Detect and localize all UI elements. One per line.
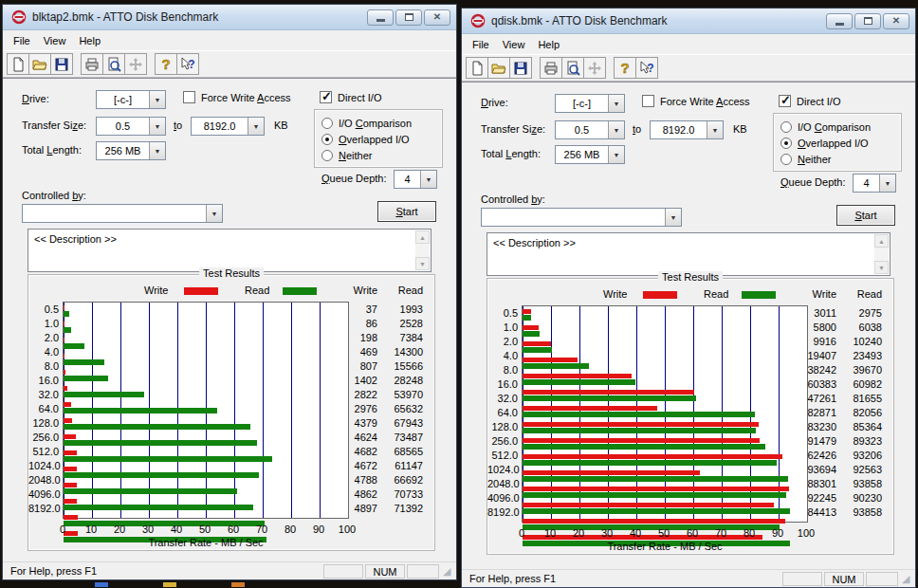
titlebar[interactable]: qdisk.bmk - ATTO Disk Benchmark ✕ bbox=[462, 9, 915, 34]
scroll-down-icon[interactable]: ▼ bbox=[874, 261, 889, 274]
open-button[interactable] bbox=[28, 53, 51, 75]
menu-help[interactable]: Help bbox=[531, 37, 566, 52]
chart-row bbox=[64, 354, 348, 368]
start-button[interactable]: Start bbox=[836, 205, 895, 226]
start-button[interactable]: Start bbox=[377, 201, 436, 222]
read-values-column: 2975603810240234933967060982816558205685… bbox=[835, 306, 882, 520]
controlled-by-select[interactable]: ▼ bbox=[481, 208, 682, 227]
direct-io-checkbox[interactable]: Direct I/O bbox=[320, 91, 381, 103]
context-help-button[interactable]: ? bbox=[635, 57, 658, 79]
chevron-down-icon[interactable]: ▼ bbox=[420, 171, 436, 188]
description-box[interactable]: << Description >> ▲ ▼ bbox=[28, 229, 431, 272]
drive-select[interactable]: [-c-]▼ bbox=[555, 94, 625, 113]
context-help-button[interactable]: ? bbox=[176, 53, 199, 75]
write-bar bbox=[523, 341, 551, 346]
radio-io-comparison[interactable]: I/O Comparison bbox=[321, 115, 442, 131]
resize-grip[interactable]: ◢ bbox=[443, 565, 455, 578]
chevron-down-icon[interactable]: ▼ bbox=[608, 146, 624, 163]
chevron-down-icon[interactable]: ▼ bbox=[608, 95, 624, 112]
minimize-icon bbox=[376, 19, 385, 22]
print-button[interactable] bbox=[81, 53, 103, 75]
statusbar: For Help, press F1 NUM ◢ bbox=[3, 561, 456, 579]
help-button[interactable]: ? bbox=[614, 57, 636, 79]
atto-benchmark-window: qdisk.bmk - ATTO Disk Benchmark ✕ File V… bbox=[461, 8, 916, 588]
radio-neither[interactable]: Neither bbox=[321, 147, 442, 163]
close-button[interactable]: ✕ bbox=[883, 13, 909, 29]
read-value: 6038 bbox=[835, 321, 882, 335]
open-button[interactable] bbox=[487, 57, 510, 79]
maximize-button[interactable] bbox=[395, 9, 422, 26]
checkbox-box bbox=[320, 91, 332, 103]
menu-help[interactable]: Help bbox=[72, 33, 107, 48]
y-axis-label: 16.0 bbox=[487, 377, 518, 392]
y-axis-label: 512.0 bbox=[28, 445, 59, 459]
description-scrollbar[interactable]: ▲ ▼ bbox=[874, 234, 889, 274]
chevron-down-icon[interactable]: ▼ bbox=[149, 91, 165, 108]
x-axis-tick: 80 bbox=[285, 524, 296, 535]
print-preview-button[interactable] bbox=[561, 57, 584, 79]
close-button[interactable]: ✕ bbox=[424, 9, 450, 26]
checkbox-box bbox=[642, 95, 654, 107]
menu-file[interactable]: File bbox=[7, 33, 37, 48]
drive-select[interactable]: [-c-]▼ bbox=[96, 90, 166, 109]
radio-overlapped-io[interactable]: Overlapped I/O bbox=[780, 135, 901, 151]
total-length-select[interactable]: 256 MB▼ bbox=[555, 145, 625, 164]
resize-grip[interactable]: ◢ bbox=[902, 573, 914, 585]
menu-file[interactable]: File bbox=[466, 37, 496, 52]
read-value: 89323 bbox=[835, 434, 882, 449]
print-preview-button[interactable] bbox=[102, 53, 125, 75]
read-value: 73487 bbox=[376, 431, 423, 445]
chevron-down-icon[interactable]: ▼ bbox=[665, 209, 681, 226]
menu-view[interactable]: View bbox=[496, 37, 532, 52]
transfer-from-select[interactable]: 0.5▼ bbox=[96, 117, 166, 136]
chevron-down-icon[interactable]: ▼ bbox=[608, 121, 624, 138]
radio-neither[interactable]: Neither bbox=[780, 151, 901, 167]
new-button[interactable] bbox=[7, 53, 29, 75]
description-box[interactable]: << Description >> ▲ ▼ bbox=[487, 232, 890, 276]
radio-circle bbox=[321, 150, 333, 161]
titlebar[interactable]: blktap2.bmk - ATTO Disk Benchmark ✕ bbox=[3, 5, 456, 30]
print-button[interactable] bbox=[540, 57, 562, 79]
help-button[interactable]: ? bbox=[155, 53, 177, 75]
x-axis-tick: 50 bbox=[658, 527, 670, 539]
radio-io-comparison[interactable]: I/O Comparison bbox=[780, 119, 901, 135]
scroll-up-icon[interactable]: ▲ bbox=[874, 234, 889, 248]
transfer-from-select[interactable]: 0.5▼ bbox=[555, 120, 625, 139]
minimize-button[interactable] bbox=[367, 9, 394, 26]
chevron-down-icon[interactable]: ▼ bbox=[206, 205, 222, 222]
force-write-access-checkbox[interactable]: Force Write Access bbox=[642, 95, 750, 107]
client-area: Drive: [-c-]▼ Force Write Access Direct … bbox=[3, 78, 456, 561]
x-axis-tick: 20 bbox=[573, 527, 584, 539]
test-results-group: Test Results Write Read Write Read 0.51.… bbox=[487, 278, 894, 555]
chart-row bbox=[523, 422, 807, 436]
force-write-access-checkbox[interactable]: Force Write Access bbox=[183, 91, 291, 103]
save-button[interactable] bbox=[509, 57, 532, 79]
chevron-down-icon[interactable]: ▼ bbox=[248, 118, 264, 135]
chevron-down-icon[interactable]: ▼ bbox=[707, 121, 723, 138]
y-axis-label: 16.0 bbox=[28, 374, 59, 388]
pan-button[interactable] bbox=[583, 57, 606, 79]
menu-view[interactable]: View bbox=[37, 33, 73, 48]
pan-button[interactable] bbox=[124, 53, 147, 75]
controlled-by-select[interactable]: ▼ bbox=[22, 204, 223, 223]
scroll-down-icon[interactable]: ▼ bbox=[415, 257, 430, 270]
description-scrollbar[interactable]: ▲ ▼ bbox=[415, 230, 430, 270]
radio-circle bbox=[780, 138, 792, 149]
chevron-down-icon[interactable]: ▼ bbox=[879, 175, 895, 192]
minimize-button[interactable] bbox=[826, 13, 853, 29]
save-button[interactable] bbox=[50, 53, 73, 75]
read-bar bbox=[64, 505, 253, 510]
direct-io-checkbox[interactable]: Direct I/O bbox=[779, 95, 840, 107]
radio-overlapped-io[interactable]: Overlapped I/O bbox=[321, 131, 442, 147]
direct-io-label: Direct I/O bbox=[797, 96, 840, 107]
queue-depth-select[interactable]: 4▼ bbox=[394, 170, 437, 189]
transfer-to-select[interactable]: 8192.0▼ bbox=[191, 117, 265, 136]
chevron-down-icon[interactable]: ▼ bbox=[149, 118, 165, 135]
scroll-up-icon[interactable]: ▲ bbox=[415, 230, 430, 244]
queue-depth-select[interactable]: 4▼ bbox=[853, 174, 896, 193]
chevron-down-icon[interactable]: ▼ bbox=[149, 142, 165, 159]
new-button[interactable] bbox=[466, 57, 488, 79]
maximize-button[interactable] bbox=[854, 13, 881, 29]
total-length-select[interactable]: 256 MB▼ bbox=[96, 141, 166, 160]
transfer-to-select[interactable]: 8192.0▼ bbox=[650, 120, 724, 139]
